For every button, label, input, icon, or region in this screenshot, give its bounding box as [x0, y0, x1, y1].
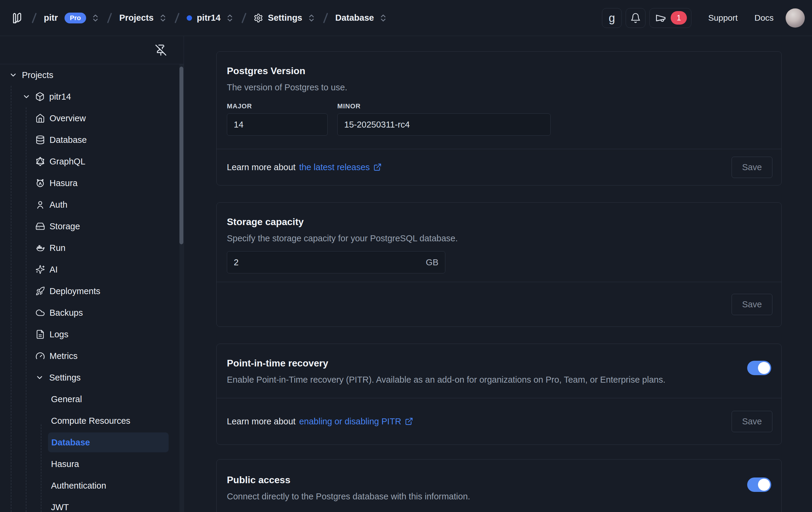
save-button[interactable]: Save: [732, 294, 773, 315]
chevron-down-icon: [22, 92, 31, 101]
gauge-icon: [35, 351, 45, 361]
link-label: the latest releases: [299, 162, 370, 172]
external-link-icon: [373, 163, 382, 171]
database-icon: [35, 135, 45, 145]
card-footer-text: Learn more about the latest releases: [227, 162, 382, 172]
sidebar-item-hasura[interactable]: Hasura: [0, 172, 184, 194]
storage-capacity-value: 2: [234, 257, 238, 267]
latest-releases-link[interactable]: the latest releases: [299, 162, 382, 172]
sidebar-item-logs[interactable]: Logs: [0, 323, 184, 345]
sidebar-item-projects-root[interactable]: Projects: [0, 64, 184, 86]
project-status-dot: [187, 15, 192, 21]
hard-drive-icon: [35, 222, 45, 231]
breadcrumb-separator-icon: [241, 12, 246, 23]
home-icon: [35, 113, 45, 123]
notifications-button[interactable]: [626, 8, 645, 28]
card-footer-text: Learn more about enabling or disabling P…: [227, 417, 413, 426]
card-description: Specify the storage capacity for your Po…: [227, 233, 771, 244]
major-label: MAJOR: [227, 102, 328, 110]
sidebar-item-auth[interactable]: Auth: [0, 194, 184, 216]
chevrons-up-down-icon: [307, 13, 316, 23]
tree-label: Projects: [22, 70, 53, 80]
section-label: Settings: [268, 13, 302, 23]
tree-label: Settings: [49, 373, 81, 382]
selected-settings-item[interactable]: Database: [48, 432, 169, 452]
sidebar-item-settings[interactable]: Settings: [0, 367, 184, 388]
sparkles-icon: [35, 265, 45, 274]
sidebar: Projects pitr14 Overview Database GraphQ…: [0, 36, 184, 512]
card-description: The version of Postgres to use.: [227, 82, 771, 93]
public-access-card: Public access Connect directly to the Po…: [216, 459, 782, 512]
card-title: Storage capacity: [227, 215, 771, 228]
sidebar-item-settings-hasura[interactable]: Hasura: [0, 453, 184, 475]
top-navbar: pitr Pro Projects pitr14 Settings Databa…: [0, 0, 812, 36]
major-version-input[interactable]: 14: [227, 113, 328, 136]
breadcrumb-separator-icon: [107, 12, 112, 23]
pitr-card: Point-in-time recovery Enable Point-in-T…: [216, 344, 782, 445]
sidebar-item-project-pitr14[interactable]: pitr14: [0, 86, 184, 108]
learn-more-prefix: Learn more about: [227, 417, 296, 426]
sidebar-item-graphql[interactable]: GraphQL: [0, 151, 184, 172]
tree-label: AI: [50, 265, 58, 275]
tree-label: Backups: [50, 308, 83, 318]
pitr-toggle[interactable]: [747, 361, 771, 375]
postgres-version-card: Postgres Version The version of Postgres…: [216, 51, 782, 186]
user-avatar[interactable]: [786, 8, 805, 28]
save-button[interactable]: Save: [732, 411, 773, 432]
announcement-count-badge: 1: [671, 11, 687, 25]
projects-label: Projects: [119, 13, 153, 23]
sidebar-item-settings-authentication[interactable]: Authentication: [0, 475, 184, 496]
chevron-down-icon: [9, 71, 18, 79]
sidebar-item-settings-general[interactable]: General: [0, 388, 184, 410]
chevron-down-icon: [35, 373, 44, 382]
sidebar-scrollbar-thumb[interactable]: [179, 67, 183, 244]
tree-label: JWT: [51, 503, 69, 512]
sidebar-item-metrics[interactable]: Metrics: [0, 345, 184, 367]
sidebar-item-ai[interactable]: AI: [0, 259, 184, 280]
card-description: Enable Point-in-Time recovery (PITR). Av…: [227, 374, 665, 386]
user-icon: [35, 200, 45, 209]
file-text-icon: [35, 330, 45, 339]
feedback-button[interactable]: g: [602, 8, 622, 28]
public-access-toggle[interactable]: [747, 478, 771, 492]
tree-label: Authentication: [51, 481, 106, 491]
breadcrumb-projects[interactable]: Projects: [119, 13, 167, 23]
link-label: enabling or disabling PITR: [299, 417, 401, 426]
tree-label: Compute Resources: [51, 416, 130, 426]
announcements-button[interactable]: 1: [649, 8, 691, 28]
sidebar-item-database[interactable]: Database: [0, 129, 184, 151]
breadcrumb-settings[interactable]: Settings: [254, 13, 316, 23]
tree-label: pitr14: [49, 92, 71, 102]
sidebar-item-overview[interactable]: Overview: [0, 108, 184, 129]
save-button[interactable]: Save: [732, 157, 773, 178]
sidebar-item-storage[interactable]: Storage: [0, 216, 184, 237]
unpin-sidebar-button[interactable]: [154, 43, 168, 57]
sidebar-item-settings-compute-resources[interactable]: Compute Resources: [0, 410, 184, 432]
breadcrumb-page[interactable]: Database: [335, 13, 388, 23]
sidebar-item-deployments[interactable]: Deployments: [0, 280, 184, 302]
storage-capacity-input[interactable]: 2 GB: [227, 251, 445, 274]
megaphone-icon: [655, 12, 666, 24]
breadcrumb-org[interactable]: pitr Pro: [44, 12, 100, 23]
minor-version-value: 15-20250311-rc4: [344, 120, 410, 130]
tree-label: Database: [50, 135, 87, 145]
external-link-icon: [405, 417, 413, 426]
sidebar-item-settings-jwt[interactable]: JWT: [0, 496, 184, 512]
support-link[interactable]: Support: [708, 13, 737, 23]
minor-version-input[interactable]: 15-20250311-rc4: [337, 113, 551, 136]
breadcrumb-project[interactable]: pitr14: [187, 13, 234, 23]
tree-label: Metrics: [50, 351, 78, 361]
chevrons-up-down-icon: [379, 13, 388, 23]
docs-link[interactable]: Docs: [754, 13, 774, 23]
tree-label: Hasura: [50, 178, 78, 188]
storage-capacity-card: Storage capacity Specify the storage cap…: [216, 202, 782, 327]
sidebar-item-settings-database-selected: Database: [0, 432, 184, 453]
nhost-logo[interactable]: [9, 10, 25, 26]
card-title: Postgres Version: [227, 64, 771, 78]
sidebar-item-backups[interactable]: Backups: [0, 302, 184, 323]
hasura-icon: [35, 178, 45, 188]
chevrons-up-down-icon: [91, 13, 100, 23]
graphql-icon: [35, 157, 45, 166]
sidebar-item-run[interactable]: Run: [0, 237, 184, 259]
pitr-docs-link[interactable]: enabling or disabling PITR: [299, 417, 413, 426]
